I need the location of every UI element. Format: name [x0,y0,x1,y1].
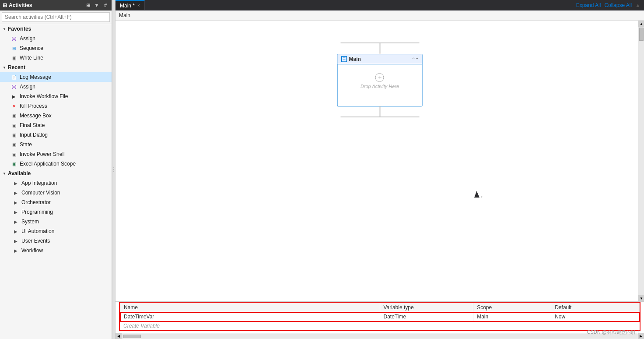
available-computer-vision-label: Computer Vision [21,190,60,196]
invoke-workflow-icon: ▶ [10,93,18,100]
panel-icon: ⊞ [3,2,7,8]
recent-state-label: State [20,141,32,148]
main-sequence-box: Main ⌃⌃ + Drop Activity Here [337,54,423,106]
variables-table: Name Variable type Scope Default DateTim… [120,303,640,321]
user-events-icon: ▶ [12,237,19,244]
writeline-icon: ▣ [10,54,18,61]
drop-icon: + [375,73,384,82]
bottom-panel: Name Variable type Scope Default DateTim… [116,301,644,333]
col-default: Default [551,303,640,312]
recent-invoke-workflow[interactable]: ▶ Invoke Workflow File [0,92,112,101]
scrollbar-thumb[interactable] [639,28,644,41]
available-section-header[interactable]: ▼ Available [0,169,112,178]
create-variable-link[interactable]: Create Variable [120,321,640,330]
recent-powershell[interactable]: ▣ Invoke Power Shell [0,149,112,159]
panel-resize-handle[interactable] [112,0,116,339]
tab-bar: Main * × Expand All Collapse All ▲ [116,0,644,11]
right-scrollbar: ▲ ▼ [638,21,644,301]
recent-excel-label: Excel Application Scope [20,161,76,167]
variable-row-0[interactable]: DateTimeVar DateTime Main Now [120,312,640,321]
assign-icon: (x) [10,35,18,42]
available-computer-vision[interactable]: ▶ Computer Vision [0,188,112,198]
search-input[interactable] [2,12,110,22]
drop-zone[interactable]: + Drop Activity Here [356,69,403,93]
powershell-icon: ▣ [10,151,18,158]
available-user-events[interactable]: ▶ User Events [0,236,112,246]
var-scope-0: Main [473,312,551,321]
orchestrator-icon: ▶ [12,199,19,206]
scroll-left-btn[interactable]: ◀ [116,333,122,339]
h-scrollbar-thumb[interactable] [123,335,141,338]
programming-icon: ▶ [12,208,19,215]
recent-state[interactable]: ▣ State [0,140,112,149]
recent-logmessage[interactable]: 📄 Log Message [0,72,112,82]
expand-icon[interactable]: ⊞ [84,2,91,9]
recent-assign[interactable]: (x) Assign [0,82,112,92]
filter-icon[interactable]: ▼ [93,2,100,9]
recent-section-header[interactable]: ▼ Recent [0,63,112,72]
favorites-triangle: ▼ [3,27,6,31]
recent-input-dialog[interactable]: ▣ Input Dialog [0,130,112,140]
sequence-title: Main [349,56,410,62]
available-system[interactable]: ▶ System [0,217,112,226]
var-default-0: Now [551,312,640,321]
recent-assign-label: Assign [20,84,35,90]
pin-icon[interactable]: # [102,2,109,9]
recent-kill-label: Kill Process [20,103,47,109]
favorites-section-header[interactable]: ▼ Favorites [0,24,112,34]
main-tab[interactable]: Main * × [116,0,145,10]
recent-powershell-label: Invoke Power Shell [20,151,65,157]
scroll-up-btn[interactable]: ▲ [638,21,644,27]
state-icon: ▣ [10,141,18,148]
canvas-scroll: Main ⌃⌃ + Drop Activity Here [116,21,644,301]
sequence-collapse-btn[interactable]: ⌃⌃ [412,57,419,62]
msgbox-icon: ▣ [10,112,18,119]
finalstate-icon: ▣ [10,122,18,129]
fav-sequence[interactable]: ⊟ Sequence [0,43,112,53]
recent-inputdialog-label: Input Dialog [20,132,48,138]
recent-assign-icon: (x) [10,83,18,90]
main-tab-close[interactable]: × [137,3,140,8]
available-label: Available [8,170,31,177]
available-ui-automation-label: UI Automation [21,228,54,234]
canvas-area: Main * × Expand All Collapse All ▲ Main [116,0,644,339]
recent-final-state[interactable]: ▣ Final State [0,120,112,130]
bottom-scrollbar: ◀ ▶ [116,333,644,339]
workflow-icon: ▶ [12,247,19,254]
available-triangle: ▼ [3,172,6,176]
available-workflow[interactable]: ▶ Workflow [0,246,112,255]
cursor: + [474,191,480,198]
workflow-container: Main ⌃⌃ + Drop Activity Here [337,42,423,117]
activities-list: ▼ Favorites (x) Assign ⊟ Sequence ▣ Writ… [0,24,112,339]
watermark: CSDN @会敲键盘的肘子 [587,329,640,335]
collapse-all-button[interactable]: Collapse All [604,2,632,8]
available-app-integration[interactable]: ▶ App Integration [0,178,112,188]
recent-message-box[interactable]: ▣ Message Box [0,111,112,120]
breadcrumb: Main [119,12,130,18]
fav-writeline-label: Write Line [20,55,43,61]
inputdialog-icon: ▣ [10,131,18,138]
vertical-scroll-up[interactable]: ▲ [635,2,640,8]
variables-table-container: Name Variable type Scope Default DateTim… [119,302,640,331]
recent-label: Recent [8,64,25,71]
fav-assign[interactable]: (x) Assign [0,34,112,43]
recent-excel[interactable]: ▣ Excel Application Scope [0,159,112,169]
sequence-icon: ⊟ [10,45,18,52]
logmessage-icon: 📄 [10,74,18,81]
available-programming[interactable]: ▶ Programming [0,207,112,217]
available-programming-label: Programming [21,209,53,215]
available-user-events-label: User Events [21,238,50,244]
fav-writeline[interactable]: ▣ Write Line [0,53,112,63]
expand-all-button[interactable]: Expand All [576,2,601,8]
favorites-label: Favorites [8,26,31,32]
activities-panel: ⊞ Activities ⊞ ▼ # ▼ Favorites (x) Assig… [0,0,112,339]
scrollbar-track [638,27,644,295]
recent-kill-process[interactable]: ✕ Kill Process [0,101,112,111]
sequence-body: + Drop Activity Here [338,64,422,98]
recent-triangle: ▼ [3,66,6,70]
available-orchestrator[interactable]: ▶ Orchestrator [0,198,112,207]
recent-msgbox-label: Message Box [20,113,52,119]
scroll-down-btn[interactable]: ▼ [638,295,644,301]
available-ui-automation[interactable]: ▶ UI Automation [0,226,112,236]
col-type: Variable type [380,303,473,312]
